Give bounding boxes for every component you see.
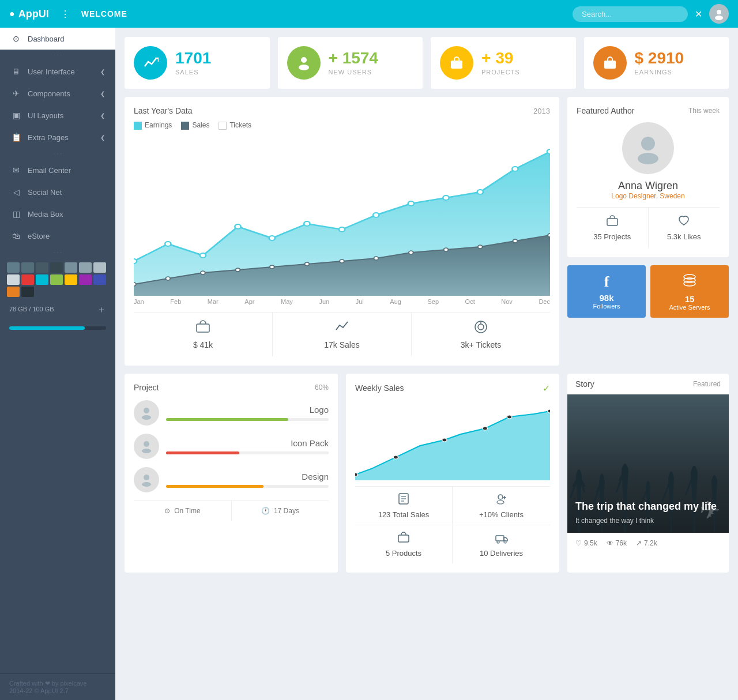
- story-footer: ♡ 9.5k 👁 76k ↗ 7.2k: [567, 533, 729, 553]
- chart-month-label: Dec: [539, 298, 550, 305]
- products-icon: [360, 531, 447, 547]
- crafted-line1: Crafted with ❤ by pixelcave: [9, 680, 106, 687]
- theme-swatch[interactable]: [50, 274, 63, 285]
- users-value: + 1574: [329, 50, 378, 66]
- shares-count: 7.2k: [644, 539, 657, 547]
- menu-icon[interactable]: ⋮: [61, 9, 70, 20]
- project-item-logo: Logo: [134, 400, 329, 426]
- author-name: Anna Wigren: [577, 180, 720, 192]
- close-icon[interactable]: ✕: [695, 9, 702, 20]
- svg-point-15: [373, 213, 379, 217]
- author-stat-likes-value: 5.3k Likes: [653, 232, 716, 241]
- sidebar-item-social-net[interactable]: ◁ Social Net: [0, 181, 115, 203]
- theme-swatch[interactable]: [7, 274, 20, 285]
- svg-point-55: [507, 415, 511, 419]
- project-header: Project 60%: [134, 383, 329, 392]
- sidebar-item-email-center[interactable]: ✉ Email Center: [0, 159, 115, 181]
- projects-stat-icon: [581, 214, 643, 230]
- user-avatar[interactable]: [709, 4, 729, 24]
- theme-swatch[interactable]: [65, 262, 77, 273]
- dashboard-icon: ⊙: [10, 34, 22, 43]
- sidebar-item-dashboard[interactable]: ⊙ Dashboard: [0, 28, 115, 50]
- sidebar-item-components[interactable]: ✈ Components ❮: [0, 82, 115, 104]
- svg-point-1: [715, 16, 723, 20]
- media-icon: ◫: [10, 209, 22, 219]
- project-avatar-1: [134, 400, 159, 426]
- weekly-stat-clients: +10% Clients: [453, 487, 550, 525]
- project-footer-ontime[interactable]: ⊙ On Time: [134, 501, 232, 521]
- project-footer-days[interactable]: 🕐 17 Days: [232, 501, 329, 521]
- svg-point-33: [548, 234, 550, 237]
- users-icon: [287, 46, 321, 80]
- featured-author-header: Featured Author This week: [577, 106, 720, 115]
- svg-point-29: [409, 251, 413, 254]
- pages-icon: 📋: [10, 133, 22, 142]
- theme-swatch[interactable]: [50, 262, 63, 273]
- sidebar-item-label: Media Box: [28, 210, 63, 219]
- sidebar-item-user-interface[interactable]: 🖥 User Interface ❮: [0, 61, 115, 82]
- chevron-icon: ❮: [100, 91, 105, 97]
- author-role: Logo Designer, Sweden: [577, 192, 720, 200]
- sidebar-item-media-box[interactable]: ◫ Media Box: [0, 203, 115, 225]
- sidebar-item-label: UI Layouts: [28, 111, 63, 120]
- theme-swatches: [0, 258, 115, 302]
- ontime-icon: ⊙: [164, 507, 170, 515]
- servers-button[interactable]: 15 Active Servers: [650, 265, 729, 318]
- mini-stat-value-2: 17k Sales: [277, 340, 406, 349]
- projects-label: PROJECTS: [481, 69, 520, 76]
- sidebar-item-extra-pages[interactable]: 📋 Extra Pages ❮: [0, 126, 115, 148]
- storage-add-icon[interactable]: ＋: [97, 304, 106, 316]
- users-info: + 1574 NEW USERS: [329, 50, 378, 76]
- story-likes: ♡ 9.5k: [575, 539, 597, 547]
- author-stat-projects-value: 35 Projects: [581, 232, 643, 241]
- author-stats: 35 Projects 5.3k Likes: [577, 207, 720, 248]
- theme-swatch[interactable]: [7, 262, 20, 273]
- crafted-version: 2014-22 © AppUI 2.7: [9, 687, 106, 694]
- sidebar: ⊙ Dashboard · · · 🖥 User Interface ❮ ✈ C…: [0, 28, 115, 700]
- storage-row: 78 GB / 100 GB ＋: [0, 302, 115, 321]
- weekly-stat-products: 5 Products: [355, 525, 453, 563]
- layouts-icon: ▣: [10, 111, 22, 120]
- svg-point-8: [134, 259, 137, 264]
- svg-point-9: [165, 242, 171, 246]
- days-label: 17 Days: [274, 507, 299, 515]
- theme-swatch[interactable]: [36, 274, 48, 285]
- svg-point-0: [717, 10, 721, 14]
- progress-bar-1: [166, 418, 329, 421]
- facebook-button[interactable]: f 98k Followers: [567, 265, 646, 318]
- projects-info: + 39 PROJECTS: [481, 50, 520, 76]
- sidebar-item-ui-layouts[interactable]: ▣ UI Layouts ❮: [0, 104, 115, 126]
- chevron-icon: ❮: [100, 134, 105, 141]
- theme-swatch[interactable]: [65, 274, 77, 285]
- svg-rect-34: [197, 324, 209, 332]
- chart-month-label: Oct: [465, 298, 475, 305]
- storage-label: 78 GB / 100 GB: [9, 306, 54, 313]
- sales-icon: [134, 46, 167, 80]
- servers-icon: [681, 272, 698, 292]
- svg-point-56: [548, 409, 550, 413]
- theme-swatch[interactable]: [93, 274, 106, 285]
- earnings-icon: [593, 46, 627, 80]
- theme-swatch[interactable]: [79, 262, 92, 273]
- bottom-row: Project 60% Logo: [125, 374, 729, 573]
- theme-swatch[interactable]: [21, 262, 34, 273]
- svg-point-47: [142, 449, 151, 453]
- mini-stat-value-1: $ 41k: [138, 340, 268, 349]
- sidebar-item-estore[interactable]: 🛍 eStore: [0, 225, 115, 247]
- search-input[interactable]: [573, 6, 688, 22]
- projects-icon: [440, 46, 473, 80]
- mini-stat-tickets: 3k+ Tickets: [412, 313, 550, 356]
- main-wrapper: ⊙ Dashboard · · · 🖥 User Interface ❮ ✈ C…: [0, 28, 738, 700]
- theme-swatch[interactable]: [93, 262, 106, 273]
- theme-swatch[interactable]: [79, 274, 92, 285]
- svg-point-62: [497, 500, 504, 504]
- app-logo: ● AppUI: [9, 8, 49, 20]
- sidebar-item-label: Components: [28, 89, 70, 98]
- svg-point-14: [339, 227, 345, 232]
- mini-stat-earnings: $ 41k: [134, 313, 273, 356]
- theme-swatch[interactable]: [36, 262, 48, 273]
- theme-swatch[interactable]: [7, 287, 20, 297]
- sidebar-dots-1: · · ·: [0, 50, 115, 61]
- theme-swatch[interactable]: [21, 274, 34, 285]
- theme-swatch[interactable]: [21, 287, 34, 297]
